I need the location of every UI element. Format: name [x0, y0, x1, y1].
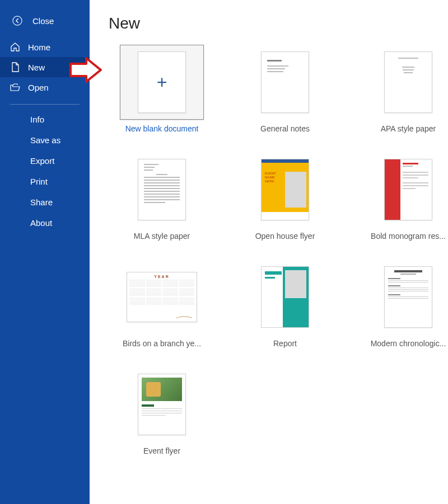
- sidebar-item-label: Export: [30, 156, 54, 166]
- sidebar-item-share[interactable]: Share: [0, 192, 90, 213]
- template-thumbnail: [120, 152, 204, 227]
- calendar-year-label: YEAR: [129, 275, 194, 279]
- back-arrow-icon: [12, 16, 22, 26]
- template-general-notes[interactable]: General notes: [232, 45, 338, 133]
- new-document-icon: [10, 62, 20, 72]
- svg-point-0: [13, 16, 22, 25]
- template-report[interactable]: Report: [232, 260, 338, 348]
- template-label: Event flyer: [143, 446, 180, 455]
- sidebar-item-label: Print: [30, 177, 48, 186]
- sidebar-item-label: Open: [28, 83, 49, 92]
- sidebar-item-about[interactable]: About: [0, 213, 90, 233]
- template-open-house-flyer[interactable]: EVENTNAMEHERE Open house flyer: [232, 152, 338, 241]
- sidebar-item-info[interactable]: Info: [0, 109, 90, 130]
- template-modern-chronological-resume[interactable]: Modern chronologic...: [355, 260, 448, 348]
- template-thumbnail: [243, 45, 327, 120]
- template-event-flyer[interactable]: Event flyer: [109, 367, 215, 455]
- home-icon: [10, 42, 20, 52]
- page-title: New: [109, 15, 437, 32]
- plus-icon: +: [157, 72, 167, 93]
- template-thumbnail: [243, 260, 327, 335]
- template-grid: + New blank document General notes: [109, 45, 437, 455]
- template-thumbnail: [366, 260, 448, 335]
- template-thumbnail: YEAR: [120, 260, 204, 335]
- sidebar-item-label: Home: [28, 43, 50, 52]
- template-thumbnail: +: [120, 45, 204, 120]
- template-thumbnail: [120, 367, 204, 442]
- sidebar-divider: [10, 104, 80, 105]
- template-label: New blank document: [125, 124, 199, 133]
- backstage-sidebar: Close Home New Open Info Save as Export …: [0, 0, 90, 504]
- template-label: Report: [273, 339, 297, 348]
- sidebar-item-home[interactable]: Home: [0, 37, 90, 57]
- template-label: Open house flyer: [255, 232, 315, 241]
- template-mla-paper[interactable]: MLA style paper: [109, 152, 215, 241]
- main-content: New + New blank document: [90, 0, 448, 504]
- close-button[interactable]: Close: [0, 11, 90, 37]
- template-bold-monogram-resume[interactable]: Bold monogram res...: [355, 152, 448, 241]
- close-label: Close: [32, 16, 54, 26]
- sidebar-item-export[interactable]: Export: [0, 150, 90, 171]
- template-thumbnail: [366, 45, 448, 120]
- template-apa-paper[interactable]: APA style paper: [355, 45, 448, 133]
- template-label: Bold monogram res...: [371, 232, 446, 241]
- sidebar-item-print[interactable]: Print: [0, 171, 90, 192]
- sidebar-item-save-as[interactable]: Save as: [0, 130, 90, 150]
- template-thumbnail: EVENTNAMEHERE: [243, 152, 327, 227]
- template-thumbnail: [366, 152, 448, 227]
- sidebar-item-label: About: [30, 218, 52, 228]
- template-label: Birds on a branch ye...: [123, 339, 201, 348]
- template-label: Modern chronologic...: [371, 339, 446, 348]
- folder-open-icon: [10, 82, 20, 92]
- template-birds-calendar[interactable]: YEAR Birds on a branch ye...: [109, 260, 215, 348]
- sidebar-item-label: Save as: [30, 135, 60, 145]
- sidebar-item-label: New: [28, 63, 45, 72]
- sidebar-item-new[interactable]: New: [0, 57, 90, 77]
- sidebar-item-open[interactable]: Open: [0, 77, 90, 97]
- template-label: MLA style paper: [134, 232, 190, 241]
- template-blank-document[interactable]: + New blank document: [109, 45, 215, 133]
- sidebar-item-label: Share: [30, 197, 53, 207]
- template-label: General notes: [260, 124, 310, 133]
- template-label: APA style paper: [381, 124, 436, 133]
- sidebar-item-label: Info: [30, 115, 44, 124]
